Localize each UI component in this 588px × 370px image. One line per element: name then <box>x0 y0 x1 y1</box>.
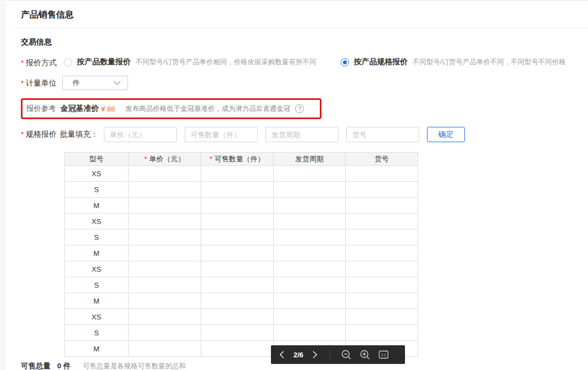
itemno-cell[interactable] <box>346 325 418 341</box>
batch-quantity-input[interactable] <box>185 127 258 142</box>
quantity-cell[interactable] <box>201 325 274 341</box>
chevron-left-icon <box>279 351 284 358</box>
chevron-down-icon <box>113 81 121 85</box>
quantity-cell[interactable] <box>201 166 274 182</box>
price-cell[interactable] <box>129 277 201 293</box>
model-cell: S <box>65 182 129 198</box>
image-viewer-toolbar: 2/6 1:1 <box>271 345 405 364</box>
cycle-cell[interactable] <box>274 182 346 198</box>
cycle-cell[interactable] <box>274 277 346 293</box>
quote-method-row: *报价方式 按产品数量报价 不同型号/订货号产品单价相同，价格依据采购数量有所不… <box>21 57 588 69</box>
page-title: 产品销售信息 <box>21 9 74 21</box>
price-cell[interactable] <box>129 214 201 229</box>
total-quantity-label: 可售总量 <box>21 361 51 370</box>
quantity-cell[interactable] <box>201 229 274 245</box>
table-row: XS <box>65 261 418 277</box>
zoom-out-button[interactable] <box>341 350 352 360</box>
price-cell[interactable] <box>129 341 201 357</box>
price-cell[interactable] <box>129 261 201 277</box>
price-cell[interactable] <box>129 198 201 214</box>
cycle-cell[interactable] <box>274 245 346 261</box>
itemno-cell[interactable] <box>346 182 418 198</box>
left-gutter <box>0 0 6 370</box>
quantity-cell[interactable] <box>201 309 274 325</box>
title-divider <box>15 28 588 29</box>
radio-quote-by-quantity-desc: 不同型号/订货号产品单价相同，价格依据采购数量有所不同 <box>136 58 316 67</box>
cycle-cell[interactable] <box>274 325 346 341</box>
quantity-cell[interactable] <box>201 245 274 261</box>
quantity-cell[interactable] <box>201 182 274 198</box>
radio-quote-by-spec-desc: 不同型号/订货号产品单价不同，不同型号不同价格 <box>413 58 565 67</box>
confirm-button[interactable]: 确定 <box>427 127 465 142</box>
zoom-in-button[interactable] <box>360 350 370 360</box>
batch-price-input[interactable] <box>104 127 177 142</box>
radio-quote-by-quantity-label: 按产品数量报价 <box>77 57 131 67</box>
table-row: S <box>65 277 418 293</box>
spec-table-wrap: 型号*单价（元）*可售数量（件）发货周期货号 XSSMXSSMXSSMXSSM <box>64 152 418 357</box>
price-cell[interactable] <box>129 245 201 261</box>
batch-cycle-input[interactable] <box>265 127 339 142</box>
quantity-cell[interactable] <box>201 341 274 357</box>
cycle-cell[interactable] <box>274 309 346 325</box>
model-cell: S <box>65 325 129 341</box>
svg-text:1:1: 1:1 <box>381 353 386 357</box>
price-cell[interactable] <box>129 293 201 309</box>
col-header-2: *可售数量（件） <box>201 153 274 166</box>
price-cell[interactable] <box>129 309 201 325</box>
itemno-cell[interactable] <box>346 198 418 214</box>
price-cell[interactable] <box>129 182 201 198</box>
itemno-cell[interactable] <box>346 166 418 182</box>
actual-size-button[interactable]: 1:1 <box>379 350 389 360</box>
toolbar-divider <box>330 350 330 359</box>
radio-quote-by-spec[interactable]: 按产品规格报价 不同型号/订货号产品单价不同，不同型号不同价格 <box>341 57 565 67</box>
unit-select[interactable]: 件 <box>62 76 128 90</box>
quantity-cell[interactable] <box>201 198 274 214</box>
itemno-cell[interactable] <box>346 309 418 325</box>
quantity-cell[interactable] <box>201 214 274 229</box>
itemno-cell[interactable] <box>346 277 418 293</box>
cycle-cell[interactable] <box>274 229 346 245</box>
quantity-cell[interactable] <box>201 261 274 277</box>
itemno-cell[interactable] <box>346 245 418 261</box>
cycle-cell[interactable] <box>274 214 346 229</box>
model-cell: XS <box>65 309 129 325</box>
itemno-cell[interactable] <box>346 229 418 245</box>
unit-label: *计量单位 <box>21 76 57 91</box>
batch-fill-label: 批量填充： <box>60 130 98 139</box>
next-page-button[interactable] <box>313 351 318 358</box>
itemno-cell[interactable] <box>346 214 418 229</box>
required-asterisk: * <box>144 155 147 163</box>
price-cell[interactable] <box>129 166 201 182</box>
model-cell: M <box>65 293 129 309</box>
radio-selected-icon[interactable] <box>341 58 349 66</box>
table-row: S <box>65 325 418 341</box>
itemno-cell[interactable] <box>346 261 418 277</box>
page-indicator: 2/6 <box>293 351 303 359</box>
required-asterisk: * <box>21 79 24 87</box>
table-row: S <box>65 182 418 198</box>
table-row: M <box>65 198 418 214</box>
quantity-cell[interactable] <box>201 293 274 309</box>
itemno-cell[interactable] <box>346 293 418 309</box>
cycle-cell[interactable] <box>274 166 346 182</box>
cycle-cell[interactable] <box>274 261 346 277</box>
col-header-1: *单价（元） <box>129 153 201 166</box>
help-icon[interactable]: ? <box>295 104 304 113</box>
price-cell[interactable] <box>129 325 201 341</box>
radio-unselected-icon[interactable] <box>64 58 72 66</box>
one-to-one-icon: 1:1 <box>379 350 389 360</box>
quantity-cell[interactable] <box>201 277 274 293</box>
table-row: M <box>65 245 418 261</box>
cycle-cell[interactable] <box>274 293 346 309</box>
cycle-cell[interactable] <box>274 198 346 214</box>
benchmark-desc: 发布商品价格低于金冠基准价，成为潜力品后直通金冠 <box>125 104 290 114</box>
model-cell: S <box>65 229 129 245</box>
price-cell[interactable] <box>129 229 201 245</box>
radio-quote-by-quantity[interactable]: 按产品数量报价 不同型号/订货号产品单价相同，价格依据采购数量有所不同 <box>64 57 316 67</box>
table-row: XS <box>65 214 418 229</box>
model-cell: M <box>65 245 129 261</box>
table-row: S <box>65 229 418 245</box>
prev-page-button[interactable] <box>279 351 284 358</box>
batch-itemno-input[interactable] <box>346 127 419 142</box>
benchmark-price-value: ¥ 88 <box>101 105 115 113</box>
